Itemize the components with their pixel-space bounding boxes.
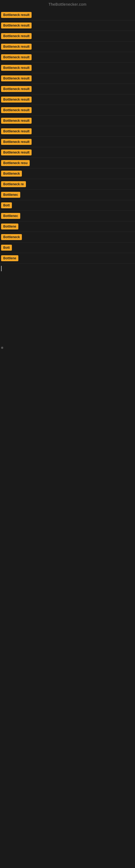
list-item[interactable]: Bottleneck result: [0, 20, 135, 31]
bottleneck-badge[interactable]: Bottleneck re: [1, 181, 26, 187]
list-item[interactable]: Bottleneck result: [0, 41, 135, 52]
bottleneck-badge[interactable]: Bottleneck: [1, 234, 22, 240]
list-item[interactable]: Bott: [0, 243, 135, 253]
bottleneck-badge[interactable]: Bottleneck result: [1, 97, 32, 102]
bottleneck-badge[interactable]: Bottlenec: [1, 213, 20, 219]
bottleneck-badge[interactable]: Bottleneck result: [1, 107, 32, 113]
list-item[interactable]: Bottleneck result: [0, 94, 135, 105]
list-item[interactable]: Bottleneck result: [0, 105, 135, 116]
list-item[interactable]: Bottleneck result: [0, 52, 135, 63]
bottleneck-badge[interactable]: Bottleneck: [1, 170, 22, 177]
list-item[interactable]: Bottleneck result: [0, 73, 135, 84]
bottleneck-badge[interactable]: Bottlene: [1, 223, 18, 229]
bottleneck-badge[interactable]: Bottlene: [1, 255, 18, 261]
bottleneck-badge[interactable]: Bott: [1, 203, 12, 208]
list-item[interactable]: Bottleneck result: [0, 84, 135, 94]
list-item[interactable]: Bottlenec: [0, 211, 135, 221]
list-item[interactable]: Bott: [0, 200, 135, 211]
bottleneck-badge[interactable]: Bottleneck result: [1, 118, 32, 124]
list-item[interactable]: Bottleneck result: [0, 147, 135, 158]
bottleneck-badge[interactable]: Bottleneck result: [1, 86, 32, 92]
list-item[interactable]: Bottleneck: [0, 168, 135, 179]
list-item[interactable]: Bottleneck result: [0, 63, 135, 73]
site-title: TheBottlenecker.com: [48, 2, 86, 6]
bottleneck-badge[interactable]: Bottleneck result: [1, 128, 32, 134]
bottleneck-badge[interactable]: Bottleneck result: [1, 65, 32, 71]
list-item[interactable]: Bottlene: [0, 221, 135, 232]
bottleneck-badge[interactable]: Bottleneck result: [1, 33, 32, 39]
bottleneck-badge[interactable]: Bott: [1, 245, 12, 251]
list-item[interactable]: Bottleneck result: [0, 116, 135, 126]
bottleneck-badge[interactable]: Bottleneck result: [1, 75, 32, 82]
site-header: TheBottlenecker.com: [0, 0, 135, 10]
bottleneck-badge[interactable]: Bottleneck result: [1, 44, 32, 50]
list-item[interactable]: Bottleneck resu: [0, 158, 135, 168]
bottleneck-list: Bottleneck resultBottleneck resultBottle…: [0, 10, 135, 264]
list-item[interactable]: Bottlenec: [0, 190, 135, 200]
small-indicator: [1, 347, 3, 349]
bottleneck-badge[interactable]: Bottleneck result: [1, 139, 32, 145]
bottleneck-badge[interactable]: Bottlenec: [1, 192, 20, 198]
cursor-indicator: [1, 266, 2, 271]
list-item[interactable]: Bottleneck result: [0, 137, 135, 147]
list-item[interactable]: Bottleneck: [0, 232, 135, 243]
bottleneck-badge[interactable]: Bottleneck result: [1, 12, 32, 18]
bottleneck-badge[interactable]: Bottleneck result: [1, 150, 32, 155]
list-item[interactable]: Bottleneck result: [0, 10, 135, 20]
list-item[interactable]: Bottleneck result: [0, 126, 135, 137]
bottleneck-badge[interactable]: Bottleneck result: [1, 54, 32, 60]
list-item[interactable]: Bottleneck result: [0, 31, 135, 41]
bottleneck-badge[interactable]: Bottleneck resu: [1, 160, 30, 166]
bottleneck-badge[interactable]: Bottleneck result: [1, 23, 32, 29]
list-item[interactable]: Bottleneck re: [0, 179, 135, 190]
list-item[interactable]: Bottlene: [0, 253, 135, 264]
